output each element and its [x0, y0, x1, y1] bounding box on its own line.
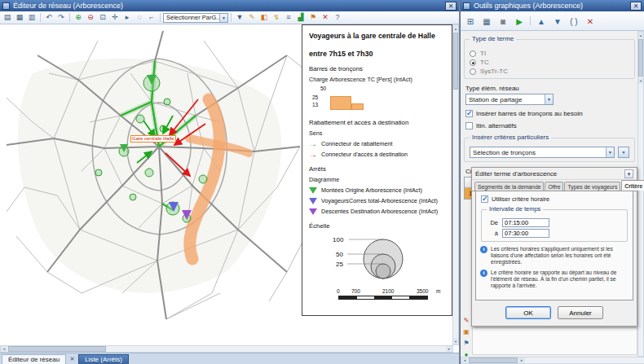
run-icon[interactable]: ▶ — [512, 14, 527, 29]
scroll-thumb[interactable] — [453, 33, 458, 90]
term-type-group: Type de terme TI TC SysTr-TC — [464, 39, 635, 79]
alt-routes-checkbox[interactable]: Itin. alternatifs — [465, 122, 635, 129]
tab-offer[interactable]: Offre — [545, 182, 563, 191]
toolbar-separator — [231, 13, 232, 22]
toolbar-separator — [160, 13, 161, 22]
window-title: Éditeur de réseau (Arborescence) — [13, 2, 123, 10]
side-icon-strip: ✎ ▣ ⚑ ● — [461, 316, 471, 359]
network-elem-label: Type élém. réseau — [465, 85, 635, 92]
network-elem-dropdown[interactable]: Station de partage — [465, 94, 554, 105]
from-time-field[interactable] — [502, 218, 549, 227]
radio-tc[interactable]: TC — [470, 59, 629, 66]
filter-icon[interactable]: ▼ — [234, 12, 245, 23]
zoom-fit-icon[interactable]: ⊡ — [97, 12, 108, 23]
ok-button[interactable]: OK — [505, 306, 551, 319]
scroll-up-icon[interactable] — [453, 25, 458, 32]
scroll-right-icon[interactable] — [518, 357, 525, 363]
scroll-thumb[interactable] — [638, 39, 643, 77]
scroll-thumb[interactable] — [8, 346, 106, 352]
legend-sens-label: Sens — [309, 129, 445, 137]
collapse-icon[interactable] — [624, 169, 633, 178]
insert-bars-checkbox[interactable]: Insérer barres de tronçons au besoin — [465, 110, 635, 117]
marker-strip-icon[interactable]: ▣ — [462, 327, 471, 336]
chart-icon[interactable]: ▟ — [295, 12, 307, 23]
chevron-down-icon[interactable] — [219, 14, 227, 22]
tab-passenger-types[interactable]: Types de voyageurs — [564, 182, 620, 191]
map-horizontal-scrollbar[interactable] — [0, 345, 453, 353]
erase-icon[interactable]: ✕ — [320, 12, 331, 23]
select-mode-dropdown[interactable]: Sélectionner ParG... — [163, 13, 228, 23]
open-icon[interactable]: ▤ — [2, 12, 13, 23]
select-icon[interactable]: ▸ — [121, 12, 133, 23]
close-icon[interactable] — [630, 2, 642, 11]
scroll-thumb[interactable] — [469, 357, 518, 363]
palette-icon[interactable]: ◧ — [258, 12, 270, 23]
undo-icon[interactable]: ↶ — [43, 12, 55, 23]
chevron-down-icon[interactable] — [606, 147, 614, 157]
scalebar-tick-0: 0 — [337, 288, 340, 294]
scroll-down-icon[interactable] — [638, 77, 643, 84]
station-label: Gare centrale Halle — [130, 135, 176, 143]
scroll-right-icon[interactable] — [446, 346, 452, 352]
scroll-left-icon[interactable] — [1, 346, 7, 352]
bar-scale-block-large — [330, 96, 351, 110]
criteria-menu-button[interactable] — [618, 147, 629, 158]
cancel-button[interactable]: Annuler — [558, 306, 603, 319]
flash-icon[interactable]: ↯ — [271, 12, 282, 23]
tab-network-editor[interactable]: Éditeur de réseau — [2, 354, 66, 364]
scroll-down-icon[interactable] — [453, 338, 458, 344]
criteria-dropdown[interactable]: Sélection de tronçons — [470, 147, 615, 158]
print-icon[interactable]: ▥ — [26, 12, 37, 23]
panel-vertical-scrollbar[interactable] — [637, 31, 644, 357]
measure-icon[interactable]: ⌐ — [146, 12, 157, 23]
scroll-up-icon[interactable] — [638, 32, 643, 38]
lasso-icon[interactable]: ◌ — [134, 12, 145, 23]
close-icon[interactable] — [445, 2, 457, 11]
tab-demand-segments[interactable]: Segments de la demande — [474, 182, 544, 191]
radio-icon[interactable] — [470, 68, 476, 75]
checkbox-icon[interactable] — [465, 122, 473, 129]
radio-ti[interactable]: TI — [470, 50, 629, 57]
zoom-out-icon[interactable]: ⊖ — [85, 12, 96, 23]
edit-strip-icon[interactable]: ✎ — [462, 316, 471, 325]
zoom-in-icon[interactable]: ⊕ — [73, 12, 84, 23]
tab-time-criterion[interactable]: Critère horaire — [621, 180, 644, 191]
close-tab-icon[interactable] — [68, 354, 77, 364]
save-term-icon[interactable]: ▦ — [479, 14, 494, 29]
move-up-icon[interactable]: ▲ — [534, 14, 549, 29]
tab-stop-list[interactable]: Liste (Arrêts) — [78, 354, 129, 364]
map-canvas[interactable]: Gare centrale Halle Voyageurs à la gare … — [0, 24, 453, 345]
bar-scale-graphic: 50 25 13 — [309, 86, 445, 112]
checkbox-icon[interactable] — [481, 195, 488, 203]
flag-icon[interactable]: ⚑ — [307, 12, 319, 23]
add-term-icon[interactable]: ⊞ — [463, 14, 478, 29]
term-type-label: Type de terme — [470, 35, 516, 42]
to-time-field[interactable] — [502, 229, 549, 238]
use-time-criterion-checkbox[interactable]: Utiliser critère horaire — [481, 195, 629, 203]
radio-systr-tc[interactable]: SysTr-TC — [470, 68, 629, 75]
circle-scale-50: 50 — [336, 251, 343, 258]
dialog-buttons: OK Annuler — [472, 306, 637, 319]
help-icon[interactable]: ? — [332, 12, 343, 23]
chevron-down-icon[interactable] — [545, 94, 553, 104]
scroll-left-icon[interactable] — [461, 357, 468, 363]
from-label: De — [487, 219, 498, 226]
clear-icon[interactable]: ✕ — [583, 14, 598, 29]
redo-icon[interactable]: ↷ — [55, 12, 67, 23]
camera-icon[interactable]: ◙ — [496, 14, 510, 29]
save-icon[interactable]: ▦ — [14, 12, 25, 23]
move-down-icon[interactable]: ▼ — [550, 14, 565, 29]
checkbox-icon[interactable] — [465, 110, 473, 117]
insert-criteria-label: Insérer critères particuliers — [470, 134, 551, 141]
map-vertical-scrollbar[interactable] — [452, 24, 459, 345]
radio-icon[interactable] — [470, 59, 476, 66]
edit-icon[interactable]: ✎ — [246, 12, 258, 23]
layers-icon[interactable]: ≡ — [283, 12, 294, 23]
panel-horizontal-scrollbar[interactable] — [461, 357, 644, 364]
legend-diagram-item-1: Montées Origine Arborescence (IntAct) — [321, 186, 422, 194]
pan-icon[interactable]: ✛ — [109, 12, 121, 23]
brackets-icon[interactable]: ( ) — [567, 14, 581, 29]
flag-strip-icon[interactable]: ⚑ — [462, 339, 471, 348]
toolbar-separator — [40, 13, 41, 22]
radio-icon[interactable] — [470, 50, 476, 57]
